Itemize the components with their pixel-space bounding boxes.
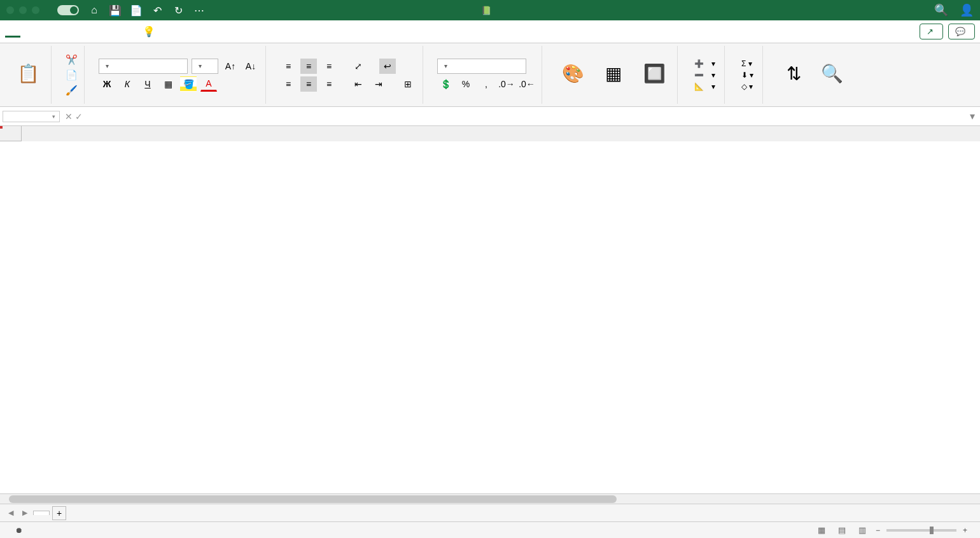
- increase-indent-icon[interactable]: ⇥: [370, 76, 387, 92]
- wrap-text-icon[interactable]: ↩: [379, 59, 396, 74]
- tab-data[interactable]: [81, 27, 97, 37]
- zoom-slider[interactable]: [886, 529, 956, 532]
- redo-icon[interactable]: ↻: [172, 4, 184, 16]
- zoom-in-icon[interactable]: +: [963, 526, 967, 535]
- confirm-formula-icon[interactable]: ✓: [75, 111, 83, 122]
- lightbulb-icon: 💡: [143, 25, 155, 38]
- autosave-icon[interactable]: 📄: [130, 4, 142, 16]
- formula-input[interactable]: [93, 110, 965, 122]
- decrease-indent-icon[interactable]: ⇤: [350, 76, 367, 92]
- page-layout-view-icon[interactable]: ▤: [835, 525, 849, 536]
- increase-font-icon[interactable]: A↑: [222, 59, 239, 74]
- home-icon[interactable]: ⌂: [88, 4, 100, 16]
- border-button[interactable]: ▦: [160, 76, 176, 92]
- underline-button[interactable]: Ч: [139, 76, 156, 92]
- format-painter-icon[interactable]: 🖌️: [66, 85, 78, 96]
- more-icon[interactable]: ⋯: [193, 4, 205, 16]
- cells-area[interactable]: [22, 141, 980, 493]
- page-break-view-icon[interactable]: ▥: [855, 525, 869, 536]
- status-bar: ⏺ ▦ ▤ ▥ − +: [0, 521, 980, 538]
- tab-view[interactable]: [112, 27, 127, 37]
- sheet-tab[interactable]: [33, 511, 50, 515]
- currency-icon[interactable]: 💲: [437, 76, 454, 92]
- find-select-button[interactable]: 🔍: [815, 46, 848, 104]
- insert-cells-button[interactable]: ➕ ▾: [692, 58, 718, 69]
- fill-color-button[interactable]: 🪣: [180, 76, 197, 92]
- title-bar: ⌂ 💾 📄 ↶ ↻ ⋯ 📗 🔍 👤: [0, 0, 980, 20]
- increase-decimal-icon[interactable]: .0→: [498, 76, 515, 92]
- clipboard-icon: 📋: [17, 62, 39, 85]
- styles-icon: 🔲: [643, 62, 666, 85]
- fill-button[interactable]: ⬇ ▾: [739, 69, 756, 81]
- align-right-icon[interactable]: ≡: [321, 76, 337, 92]
- tab-review[interactable]: [97, 27, 112, 37]
- align-top-icon[interactable]: ≡: [280, 59, 297, 74]
- font-size-select[interactable]: [192, 59, 218, 74]
- number-format-select[interactable]: [437, 59, 526, 74]
- insert-icon: ➕: [694, 59, 704, 68]
- search-icon[interactable]: 🔍: [934, 3, 948, 17]
- copy-icon[interactable]: 📄: [66, 69, 78, 81]
- tab-developer[interactable]: [127, 27, 143, 37]
- decrease-decimal-icon[interactable]: .0←: [519, 76, 535, 92]
- tab-draw[interactable]: [36, 27, 51, 37]
- tab-insert[interactable]: [20, 27, 36, 37]
- comma-icon[interactable]: ,: [478, 76, 494, 92]
- delete-cells-button[interactable]: ➖ ▾: [692, 69, 718, 81]
- align-center-icon[interactable]: ≡: [300, 76, 317, 92]
- account-icon[interactable]: 👤: [960, 3, 974, 17]
- select-all-corner[interactable]: [0, 126, 22, 141]
- orientation-icon[interactable]: ⤢: [350, 59, 367, 74]
- font-color-button[interactable]: A: [200, 76, 217, 92]
- close-window[interactable]: [6, 6, 14, 14]
- quick-access-toolbar: ⌂ 💾 📄 ↶ ↻ ⋯: [88, 4, 205, 16]
- autosum-button[interactable]: Σ ▾: [739, 58, 756, 69]
- add-sheet-button[interactable]: +: [52, 506, 66, 520]
- cell-styles-button[interactable]: 🔲: [638, 46, 671, 104]
- save-icon[interactable]: 💾: [109, 4, 121, 16]
- italic-button[interactable]: К: [119, 76, 136, 92]
- align-middle-icon[interactable]: ≡: [300, 59, 317, 74]
- horizontal-scrollbar[interactable]: [0, 493, 980, 504]
- share-icon: ↗: [927, 27, 934, 36]
- prev-sheet-icon[interactable]: ◀: [5, 507, 17, 519]
- paste-button[interactable]: 📋: [11, 60, 45, 90]
- normal-view-icon[interactable]: ▦: [815, 525, 829, 536]
- table-icon: ▦: [602, 62, 625, 85]
- merge-cells-icon[interactable]: ⊞: [400, 76, 416, 92]
- next-sheet-icon[interactable]: ▶: [19, 507, 31, 519]
- undo-icon[interactable]: ↶: [151, 4, 163, 16]
- scrollbar-thumb[interactable]: [9, 495, 617, 503]
- font-name-select[interactable]: [99, 59, 188, 74]
- clear-button[interactable]: ◇ ▾: [739, 81, 756, 92]
- tab-page-layout[interactable]: [51, 27, 66, 37]
- share-button[interactable]: ↗: [920, 24, 943, 39]
- name-box[interactable]: [3, 111, 60, 122]
- percent-icon[interactable]: %: [458, 76, 474, 92]
- align-left-icon[interactable]: ≡: [280, 76, 297, 92]
- document-title: 📗: [481, 6, 499, 15]
- cut-icon[interactable]: ✂️: [66, 54, 78, 66]
- minimize-window[interactable]: [19, 6, 27, 14]
- maximize-window[interactable]: [32, 6, 39, 14]
- bold-button[interactable]: Ж: [99, 76, 115, 92]
- spreadsheet-grid[interactable]: [0, 126, 980, 493]
- conditional-formatting-button[interactable]: 🎨: [556, 46, 589, 104]
- tell-me-search[interactable]: 💡: [143, 25, 159, 38]
- zoom-out-icon[interactable]: −: [876, 526, 880, 535]
- macro-record-icon[interactable]: ⏺: [15, 526, 23, 535]
- format-cells-button[interactable]: 📐 ▾: [692, 81, 718, 92]
- decrease-font-icon[interactable]: A↓: [242, 59, 259, 74]
- format-as-table-button[interactable]: ▦: [597, 46, 630, 104]
- autosave-toggle[interactable]: [52, 5, 79, 15]
- delete-icon: ➖: [694, 71, 704, 80]
- cancel-formula-icon[interactable]: ✕: [65, 111, 73, 122]
- sort-filter-button[interactable]: ⇅: [777, 46, 810, 104]
- tab-home[interactable]: [5, 25, 20, 38]
- format-icon: 📐: [694, 82, 704, 91]
- tab-formulas[interactable]: [66, 27, 81, 37]
- toggle-icon[interactable]: [57, 5, 79, 15]
- align-bottom-icon[interactable]: ≡: [321, 59, 337, 74]
- comments-button[interactable]: 💬: [948, 24, 975, 39]
- expand-formula-icon[interactable]: ▾: [970, 110, 975, 122]
